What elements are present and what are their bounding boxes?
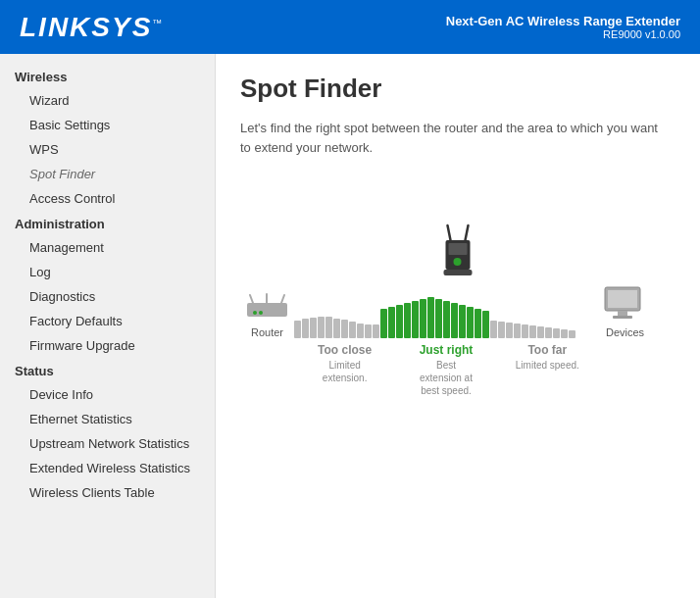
product-name: Next-Gen AC Wireless Range Extender bbox=[446, 14, 680, 28]
svg-point-10 bbox=[253, 311, 257, 315]
svg-rect-47 bbox=[569, 330, 575, 338]
svg-rect-46 bbox=[561, 329, 568, 338]
sidebar-item-wizard[interactable]: Wizard bbox=[0, 88, 215, 113]
svg-rect-6 bbox=[247, 303, 287, 317]
page-title: Spot Finder bbox=[240, 74, 675, 104]
diagram-row: Router Devices bbox=[240, 284, 675, 338]
svg-rect-44 bbox=[545, 327, 552, 338]
svg-line-3 bbox=[466, 225, 469, 240]
svg-rect-30 bbox=[435, 299, 442, 338]
svg-rect-49 bbox=[608, 290, 637, 308]
svg-rect-31 bbox=[443, 301, 450, 338]
sidebar-item-wps[interactable]: WPS bbox=[0, 137, 215, 162]
svg-rect-42 bbox=[529, 325, 536, 338]
just-right-sub: Bestextension atbest speed. bbox=[420, 359, 473, 397]
sidebar-item-ethernet-statistics[interactable]: Ethernet Statistics bbox=[0, 407, 215, 431]
header: LINKSYS™ Next-Gen AC Wireless Range Exte… bbox=[0, 0, 700, 54]
svg-rect-26 bbox=[404, 303, 411, 338]
too-far-label: Too far Limited speed. bbox=[497, 343, 598, 397]
svg-rect-41 bbox=[522, 324, 528, 338]
sidebar-item-factory-defaults[interactable]: Factory Defaults bbox=[0, 309, 215, 333]
just-right-label: Just right Bestextension atbest speed. bbox=[395, 343, 496, 397]
sidebar-item-upstream-network[interactable]: Upstream Network Statistics bbox=[0, 431, 215, 456]
section-labels: Too close Limitedextension. Just right B… bbox=[294, 343, 598, 397]
router-label: Router bbox=[251, 326, 283, 338]
just-right-title: Just right bbox=[420, 343, 474, 357]
svg-rect-37 bbox=[490, 321, 497, 338]
svg-rect-35 bbox=[475, 309, 481, 338]
description: Let's find the right spot between the ro… bbox=[240, 119, 662, 157]
svg-rect-39 bbox=[506, 323, 513, 338]
bars-svg bbox=[294, 284, 598, 338]
sidebar-item-spot-finder[interactable]: Spot Finder bbox=[0, 162, 215, 186]
sidebar-item-firmware-upgrade[interactable]: Firmware Upgrade bbox=[0, 333, 215, 358]
svg-rect-22 bbox=[373, 324, 379, 338]
logo-text: LINKSYS™ bbox=[20, 12, 164, 42]
svg-rect-20 bbox=[357, 324, 364, 338]
svg-rect-15 bbox=[318, 317, 325, 338]
svg-rect-36 bbox=[482, 311, 489, 338]
svg-rect-28 bbox=[420, 299, 426, 338]
sidebar-item-extended-wireless[interactable]: Extended Wireless Statistics bbox=[0, 456, 215, 480]
svg-rect-32 bbox=[451, 303, 458, 338]
svg-rect-38 bbox=[498, 322, 505, 338]
svg-point-4 bbox=[454, 258, 462, 266]
too-far-title: Too far bbox=[527, 343, 567, 357]
svg-rect-43 bbox=[537, 326, 544, 338]
svg-rect-21 bbox=[365, 324, 372, 338]
svg-line-9 bbox=[281, 295, 284, 303]
svg-rect-5 bbox=[444, 270, 473, 275]
header-product-info: Next-Gen AC Wireless Range Extender RE90… bbox=[446, 14, 680, 40]
svg-line-7 bbox=[250, 295, 253, 303]
svg-rect-27 bbox=[412, 301, 419, 338]
sidebar-item-wireless-clients-table[interactable]: Wireless Clients Table bbox=[0, 480, 215, 505]
router-icon bbox=[245, 293, 289, 323]
svg-rect-12 bbox=[294, 321, 301, 338]
svg-rect-50 bbox=[618, 311, 627, 316]
sidebar-item-diagnostics[interactable]: Diagnostics bbox=[0, 284, 215, 309]
too-close-label: Too close Limitedextension. bbox=[294, 343, 395, 397]
too-close-sub: Limitedextension. bbox=[323, 359, 368, 384]
svg-rect-40 bbox=[514, 324, 521, 338]
svg-rect-29 bbox=[427, 297, 434, 338]
main-content: Spot Finder Let's find the right spot be… bbox=[216, 54, 700, 598]
svg-rect-13 bbox=[302, 319, 309, 338]
too-far-sub: Limited speed. bbox=[516, 359, 579, 372]
devices-label: Devices bbox=[606, 326, 644, 338]
svg-rect-45 bbox=[553, 328, 560, 338]
sidebar-item-basic-settings[interactable]: Basic Settings bbox=[0, 113, 215, 137]
sidebar-item-log[interactable]: Log bbox=[0, 260, 215, 284]
svg-rect-23 bbox=[380, 309, 387, 338]
svg-rect-24 bbox=[388, 307, 395, 338]
devices-col: Devices bbox=[598, 285, 652, 338]
svg-rect-1 bbox=[449, 243, 468, 255]
product-version: RE9000 v1.0.00 bbox=[446, 28, 680, 40]
sidebar-section-administration: Administration bbox=[0, 211, 215, 235]
svg-rect-16 bbox=[325, 317, 332, 338]
sidebar-section-status: Status bbox=[0, 358, 215, 382]
sidebar-item-access-control[interactable]: Access Control bbox=[0, 186, 215, 211]
svg-rect-18 bbox=[341, 320, 348, 338]
svg-rect-25 bbox=[396, 305, 403, 338]
router-col: Router bbox=[240, 293, 294, 338]
devices-icon bbox=[603, 285, 647, 323]
svg-rect-34 bbox=[467, 307, 474, 338]
svg-rect-19 bbox=[349, 322, 356, 338]
spot-finder-diagram: Router Devices bbox=[240, 221, 675, 397]
sidebar: Wireless Wizard Basic Settings WPS Spot … bbox=[0, 54, 216, 598]
sidebar-item-device-info[interactable]: Device Info bbox=[0, 382, 215, 407]
sidebar-item-management[interactable]: Management bbox=[0, 235, 215, 260]
bars-area bbox=[294, 284, 598, 338]
svg-point-11 bbox=[259, 311, 263, 315]
svg-line-2 bbox=[448, 225, 451, 240]
svg-rect-17 bbox=[333, 319, 340, 338]
svg-rect-33 bbox=[459, 305, 466, 338]
logo: LINKSYS™ bbox=[20, 12, 164, 43]
too-close-title: Too close bbox=[318, 343, 372, 357]
svg-rect-14 bbox=[310, 318, 317, 338]
svg-rect-51 bbox=[613, 316, 632, 319]
sidebar-section-wireless: Wireless bbox=[0, 64, 215, 88]
extender-icon bbox=[436, 221, 480, 282]
